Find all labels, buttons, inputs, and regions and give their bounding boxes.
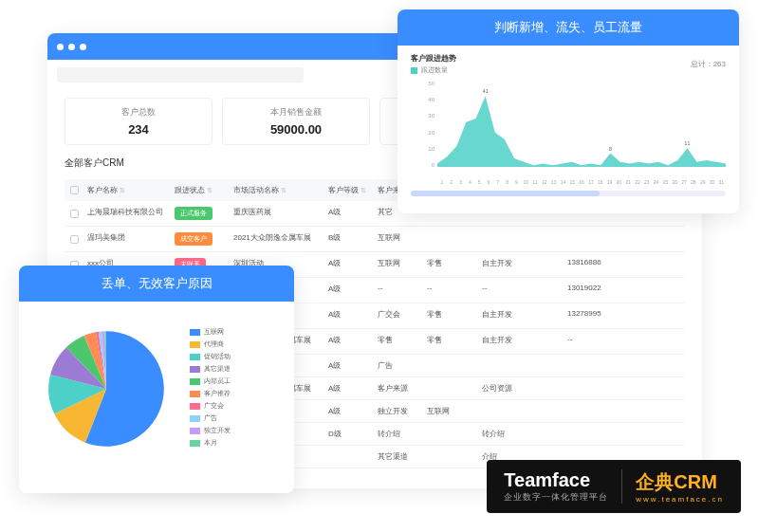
cell: 自主开发 <box>478 329 564 354</box>
legend-item: 广告 <box>190 413 231 423</box>
cell-activity: 2021大众朗逸金属车展 <box>230 227 324 251</box>
cell: 转介绍 <box>478 423 564 445</box>
area-chart: 50403020100 41811 1234567891011121314151… <box>411 81 726 185</box>
window-dot <box>68 44 75 50</box>
cell: 零售 <box>423 303 478 328</box>
legend-item: 促销活动 <box>190 352 231 361</box>
trend-chart-title: 判断新增、流失、员工流量 <box>397 9 739 46</box>
window-dot <box>57 44 64 50</box>
cell <box>564 227 601 251</box>
cell-status: 成交客户 <box>171 227 230 251</box>
th-customer-name[interactable]: 客户名称⇅ <box>83 179 171 201</box>
trend-chart-card: 判断新增、流失、员工流量 客户跟进趋势 跟进数量 总计：263 50403020… <box>397 9 739 213</box>
legend-item: 独立开发 <box>190 426 231 435</box>
cell <box>564 377 601 399</box>
brand-name: Teamface <box>504 469 608 491</box>
cell-source: 零售 <box>374 329 423 354</box>
cell: 13278995121 <box>564 303 601 328</box>
legend-item: 其它渠道 <box>190 364 231 374</box>
cell-level: A级 <box>324 377 374 399</box>
th-activity[interactable]: 市场活动名称⇅ <box>230 179 324 201</box>
stat-value: 59000.00 <box>231 122 361 137</box>
cell <box>423 355 478 376</box>
brand-sub: 企业数字一体化管理平台 <box>504 491 608 504</box>
cell-source: -- <box>374 278 423 303</box>
pie-chart-card: 丢单、无效客户原因 互联网代理商促销活动其它渠道内部员工客户推荐广交会广告独立开… <box>19 266 294 493</box>
brand-badge: Teamface 企业数字一体化管理平台 企典CRM www.teamface.… <box>487 460 741 513</box>
cell <box>423 446 478 468</box>
cell: 零售 <box>423 252 478 277</box>
cell: -- <box>478 278 564 303</box>
chart-subtitle: 客户跟进趋势 <box>411 53 726 64</box>
cell-level: A级 <box>324 303 374 328</box>
cell: 互联网 <box>423 400 478 422</box>
cell-source: 独立开发 <box>374 400 423 422</box>
row-checkbox[interactable] <box>65 227 83 251</box>
y-axis: 50403020100 <box>411 81 437 168</box>
cell-level: A级 <box>324 400 374 422</box>
chart-legend: 跟进数量 <box>411 65 726 75</box>
stat-value: 234 <box>73 122 204 137</box>
cell <box>564 423 601 445</box>
cell: 零售 <box>423 329 478 354</box>
cell-source: 互联网 <box>374 227 423 251</box>
cell-level: D级 <box>324 423 374 445</box>
cell <box>564 400 601 422</box>
row-checkbox[interactable] <box>65 201 83 226</box>
legend-item: 广交会 <box>190 401 231 411</box>
legend-item: 内部员工 <box>190 376 231 386</box>
svg-text:41: 41 <box>483 88 489 94</box>
cell-name: 上海晨瑞科技有限公司 <box>83 201 171 226</box>
brand-url: www.teamface.cn <box>636 495 724 504</box>
cell-source: 广交会 <box>374 303 423 328</box>
cell <box>423 377 478 399</box>
cell-source: 其它渠道 <box>374 446 423 468</box>
cell <box>478 400 564 422</box>
cell: -- <box>564 329 601 354</box>
cell: 公司资源 <box>478 377 564 399</box>
cell-level: A级 <box>324 278 374 303</box>
window-dot <box>80 44 86 50</box>
chart-total: 总计：263 <box>691 59 726 69</box>
table-row[interactable]: 温玛美集团 成交客户 2021大众朗逸金属车展 B级 互联网 <box>65 227 685 252</box>
area-svg: 41811 <box>437 81 726 167</box>
stat-label: 本月销售金额 <box>231 106 361 119</box>
cell: 13019022826 <box>564 278 601 303</box>
pie-chart-title: 丢单、无效客户原因 <box>19 266 294 302</box>
address-bar-placeholder <box>57 67 304 83</box>
cell <box>564 355 601 376</box>
cell-level: A级 <box>324 355 374 376</box>
cell-level: A级 <box>324 252 374 277</box>
cell: 13816886912 <box>564 252 601 277</box>
pie-legend: 互联网代理商促销活动其它渠道内部员工客户推荐广交会广告独立开发本月 <box>190 327 231 450</box>
cell: 自主开发 <box>478 252 564 277</box>
pie-svg <box>30 313 182 465</box>
cell-source: 客户来源 <box>374 377 423 399</box>
svg-text:8: 8 <box>609 146 612 152</box>
cell: -- <box>423 278 478 303</box>
cell <box>478 355 564 376</box>
svg-text:11: 11 <box>685 140 691 146</box>
cell-level: A级 <box>324 201 374 226</box>
stat-card: 客户总数234 <box>65 98 213 145</box>
th-level[interactable]: 客户等级⇅ <box>324 179 374 201</box>
cell <box>423 423 478 445</box>
cell-status: 正式服务 <box>171 201 230 226</box>
select-all-checkbox[interactable] <box>65 179 83 201</box>
cell-name: 温玛美集团 <box>83 227 171 251</box>
cell-source: 广告 <box>374 355 423 376</box>
cell-level: B级 <box>324 227 374 251</box>
cell <box>423 227 478 251</box>
legend-item: 互联网 <box>190 327 231 337</box>
cell-level <box>324 446 374 468</box>
stat-label: 客户总数 <box>73 106 204 119</box>
legend-item: 客户推荐 <box>190 389 231 398</box>
cell: 自主开发 <box>478 303 564 328</box>
cell-source: 转介绍 <box>374 423 423 445</box>
stat-card: 本月销售金额59000.00 <box>222 98 370 145</box>
cell <box>478 227 564 251</box>
cell-activity: 重庆医药展 <box>230 201 324 226</box>
cell-source: 互联网 <box>374 252 423 277</box>
th-status[interactable]: 跟进状态⇅ <box>171 179 230 201</box>
chart-scroll[interactable] <box>411 191 726 196</box>
